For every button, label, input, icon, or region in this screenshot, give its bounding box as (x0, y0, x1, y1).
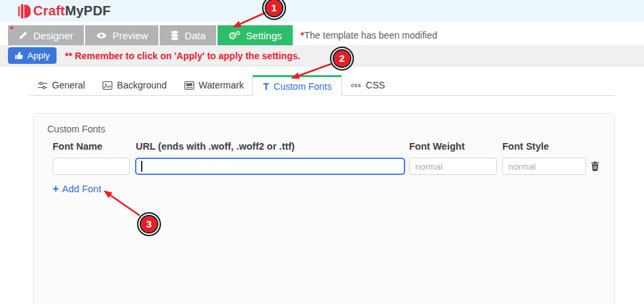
pencil-icon (19, 31, 28, 40)
settings-tab-bar: General Background Watermark (29, 75, 615, 96)
apply-button[interactable]: Apply (8, 47, 57, 64)
database-icon (170, 31, 179, 41)
tab-custom-fonts[interactable]: T Custom Fonts (252, 75, 342, 96)
tab-designer[interactable]: * Designer (8, 25, 84, 45)
plus-icon: + (53, 183, 59, 195)
app-logo[interactable]: CraftMyPDF (18, 3, 110, 19)
thumbs-up-icon (15, 51, 23, 60)
font-weight-column-label: Font Weight (409, 141, 465, 152)
tab-data-label: Data (184, 30, 206, 41)
craftmypdf-logo-icon (18, 3, 31, 19)
font-name-column-label: Font Name (53, 141, 102, 152)
logo-text-mypdf: MyPDF (65, 3, 111, 18)
panel-title: Custom Fonts (47, 124, 105, 134)
font-weight-input[interactable] (409, 158, 497, 175)
step-3-badge: 3 (137, 212, 161, 236)
designer-modified-star: * (10, 26, 13, 33)
trash-icon (591, 161, 599, 172)
css-icon: css (351, 82, 361, 88)
tab-preview-label: Preview (112, 30, 148, 41)
apply-button-label: Apply (27, 51, 50, 61)
main-tab-bar: * Designer Preview Data ⚙⚙ Settings (0, 22, 644, 45)
apply-bar: Apply ** Remember to click on 'Apply' to… (0, 45, 644, 67)
text-t-icon: T (263, 81, 269, 92)
font-name-input[interactable] (53, 158, 130, 175)
image-icon (102, 81, 112, 90)
url-input[interactable] (135, 158, 405, 175)
tab-watermark-label: Watermark (199, 80, 244, 90)
notice-text: The template has been modified (304, 30, 437, 41)
delete-font-row-button[interactable] (588, 160, 601, 173)
tune-icon (38, 81, 47, 90)
add-font-label: Add Font (62, 184, 101, 194)
watermark-icon (184, 81, 194, 90)
app-window: CraftMyPDF * Designer Preview Dat (0, 0, 644, 304)
tab-settings[interactable]: ⚙⚙ Settings (218, 25, 293, 45)
tab-background[interactable]: Background (94, 75, 176, 95)
step-2-badge: 2 (330, 47, 354, 71)
logo-text-craft: Craft (33, 3, 65, 18)
tab-preview[interactable]: Preview (85, 25, 158, 45)
font-style-column-label: Font Style (502, 141, 549, 152)
tab-css[interactable]: css CSS (342, 75, 393, 95)
eye-icon (96, 32, 107, 39)
tab-custom-fonts-label: Custom Fonts (273, 81, 331, 92)
tab-general-label: General (52, 80, 85, 90)
tab-background-label: Background (117, 80, 167, 90)
custom-fonts-panel: Custom Fonts Font Name URL (ends with .w… (33, 113, 615, 304)
tab-settings-label: Settings (246, 30, 282, 41)
add-font-link[interactable]: + Add Font (53, 183, 101, 195)
app-header: CraftMyPDF (0, 0, 644, 22)
apply-reminder-text: ** Remember to click on 'Apply' to apply… (65, 51, 301, 61)
url-column-label: URL (ends with .woff, .woff2 or .ttf) (136, 141, 295, 152)
text-caret (141, 161, 142, 172)
tab-data[interactable]: Data (160, 25, 216, 45)
template-modified-notice: * The template has been modified (301, 25, 437, 45)
tab-general[interactable]: General (29, 75, 94, 95)
tab-watermark[interactable]: Watermark (176, 75, 253, 95)
tab-designer-label: Designer (33, 30, 73, 41)
tab-css-label: CSS (366, 80, 385, 90)
gears-icon: ⚙⚙ (228, 31, 241, 41)
font-style-input[interactable] (502, 158, 586, 175)
